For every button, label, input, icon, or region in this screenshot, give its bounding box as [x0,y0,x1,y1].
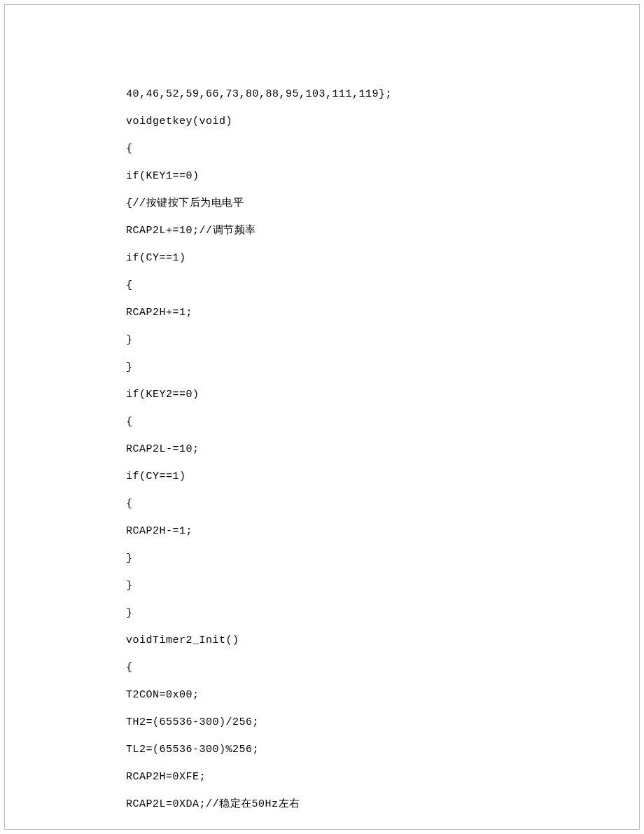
code-line: voidTimer2_Init() [126,627,644,654]
code-line: } [126,354,644,381]
document-page: 40,46,52,59,66,73,80,88,95,103,111,119};… [0,0,644,834]
code-line: if(CY==1) [126,244,644,272]
code-line: TH2=(65536-300)/256; [126,709,644,736]
code-line: TL2=(65536-300)%256; [126,736,644,763]
code-line: } [126,326,644,354]
code-line: RCAP2H+=1; [126,299,644,326]
code-line: if(CY==1) [126,463,644,490]
code-line: voidgetkey(void) [126,108,644,135]
code-line: { [126,408,644,436]
code-line: { [126,135,644,162]
code-line: {//按键按下后为电电平 [126,190,644,217]
code-line: RCAP2H-=1; [126,517,644,545]
code-line: } [126,572,644,599]
code-line: RCAP2L+=10;//调节频率 [126,217,644,244]
code-line: if(KEY1==0) [126,162,644,190]
code-line: } [126,599,644,627]
code-line: RCAP2L-=10; [126,436,644,463]
code-line: { [126,272,644,299]
code-line: T2CON=0x00; [126,681,644,709]
code-line: { [126,490,644,517]
code-line: RCAP2L=0XDA;//稳定在50Hz左右 [126,791,644,818]
code-line: 40,46,52,59,66,73,80,88,95,103,111,119}; [126,81,644,108]
code-line: RCAP2H=0XFE; [126,763,644,791]
code-line: { [126,654,644,681]
code-line: } [126,545,644,572]
code-line: if(KEY2==0) [126,381,644,408]
